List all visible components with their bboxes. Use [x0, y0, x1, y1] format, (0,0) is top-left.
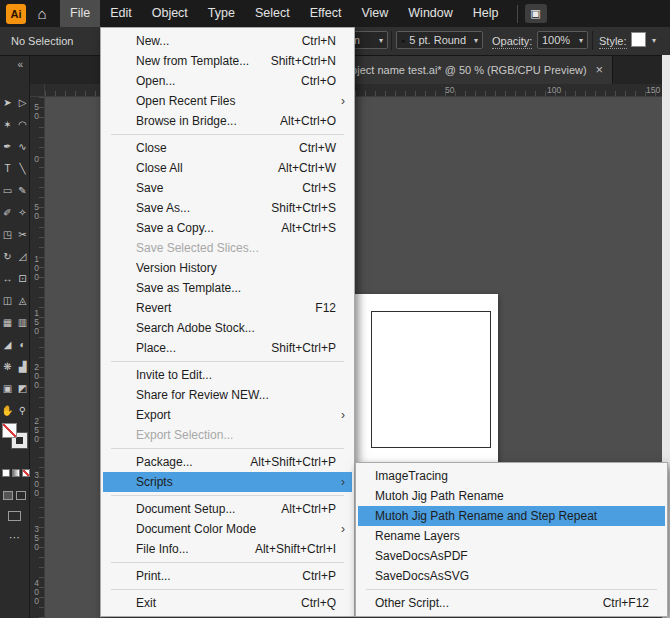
draw-behind-button[interactable]	[16, 491, 26, 500]
style-swatch[interactable]	[631, 32, 646, 47]
pen-tool[interactable]: ✒	[0, 135, 15, 157]
file-menu-item[interactable]: Invite to Edit... ›	[103, 365, 352, 385]
scripts-submenu-item[interactable]: Mutoh Jig Path Rename and Step Repeat ›	[358, 506, 665, 526]
file-menu-item[interactable]: Save as Template... ›	[103, 278, 352, 298]
close-tab-icon[interactable]: ×	[595, 62, 603, 77]
file-menu-item[interactable]: Print... Ctrl+P ›	[103, 566, 352, 586]
scale-tool[interactable]: ◿	[15, 245, 30, 267]
artboard-tool[interactable]: ▣	[0, 377, 15, 399]
shaper-tool[interactable]: ✧	[15, 201, 30, 223]
file-menu-item[interactable]: Close All Alt+Ctrl+W ›	[103, 158, 352, 178]
menubar-item[interactable]: Effect	[300, 0, 352, 27]
file-menu-item[interactable]: Open Recent Files ›	[103, 91, 352, 111]
arrange-documents-icon[interactable]: ▣	[525, 4, 547, 23]
shape-builder-tool[interactable]: ◫	[0, 289, 15, 311]
file-menu-item[interactable]: Place... Shift+Ctrl+P ›	[103, 338, 352, 358]
menu-separator: ›	[111, 589, 344, 590]
color-button[interactable]	[2, 469, 10, 477]
line-segment-tool[interactable]: ╲	[15, 157, 30, 179]
scripts-submenu-item[interactable]: ImageTracing ›	[358, 466, 665, 486]
screen-mode-button[interactable]	[8, 511, 21, 521]
eyedropper-tool[interactable]: ◢	[0, 333, 15, 355]
collapse-panel-icon[interactable]: «	[17, 59, 23, 70]
menubar-item[interactable]: Type	[198, 0, 245, 27]
menubar-item[interactable]: Window	[398, 0, 462, 27]
blend-tool[interactable]: ◐	[15, 333, 30, 355]
file-menu-item[interactable]: Save a Copy... Alt+Ctrl+S ›	[103, 218, 352, 238]
file-menu-item[interactable]: Export Selection... ›	[103, 425, 352, 445]
opacity-dropdown[interactable]: 100% ▾	[537, 31, 588, 49]
scripts-submenu-item[interactable]: Other Script... Ctrl+F12 ›	[358, 593, 665, 613]
file-menu-item[interactable]: Document Setup... Alt+Ctrl+P ›	[103, 499, 352, 519]
file-menu-item[interactable]: Save As... Shift+Ctrl+S ›	[103, 198, 352, 218]
scripts-submenu-item[interactable]: SaveDocsAsPDF ›	[358, 546, 665, 566]
slice-tool[interactable]: ◩	[15, 377, 30, 399]
hand-tool[interactable]: ✋	[0, 399, 15, 421]
menubar-item[interactable]: Edit	[100, 0, 142, 27]
scissors-tool[interactable]: ✂	[15, 223, 30, 245]
lasso-tool[interactable]: ◠	[15, 113, 30, 135]
menubar-item[interactable]: Help	[463, 0, 509, 27]
file-menu-item[interactable]: Close Ctrl+W ›	[103, 138, 352, 158]
selection-tool[interactable]: ➤	[0, 91, 15, 113]
jig-rectangle-path[interactable]	[371, 311, 491, 448]
eraser-tool[interactable]: ◳	[0, 223, 15, 245]
document-tab[interactable]: object name test.ai* @ 50 % (RGB/CPU Pre…	[336, 55, 613, 84]
file-menu-item[interactable]: New... Ctrl+N ›	[103, 31, 352, 51]
scripts-submenu-item[interactable]: Rename Layers ›	[358, 526, 665, 546]
file-menu-item[interactable]: Exit Ctrl+Q ›	[103, 593, 352, 613]
file-menu-item[interactable]: Package... Alt+Shift+Ctrl+P ›	[103, 452, 352, 472]
file-menu-item[interactable]: File Info... Alt+Shift+Ctrl+I ›	[103, 539, 352, 559]
menubar-item[interactable]: Select	[245, 0, 300, 27]
illustrator-logo[interactable]: Ai	[6, 4, 26, 24]
free-transform-tool[interactable]: ⊡	[15, 267, 30, 289]
edit-toolbar-icon[interactable]: ⋯	[9, 531, 20, 544]
none-button[interactable]	[22, 469, 30, 477]
menubar-item[interactable]: File	[60, 0, 100, 27]
file-menu-item[interactable]: Search Adobe Stock... ›	[103, 318, 352, 338]
rotate-tool[interactable]: ↻	[0, 245, 15, 267]
menu-item-shortcut: Shift+Ctrl+P	[271, 341, 336, 355]
paintbrush-tool[interactable]: ✎	[15, 179, 30, 201]
column-graph-tool[interactable]: ▟	[15, 355, 30, 377]
scripts-submenu-item[interactable]: Mutoh Jig Path Rename ›	[358, 486, 665, 506]
magic-wand-tool[interactable]: ✶	[0, 113, 15, 135]
fill-none-swatch[interactable]	[2, 423, 17, 438]
artboard[interactable]	[345, 294, 498, 463]
perspective-grid-tool[interactable]: ◬	[15, 289, 30, 311]
file-menu-item[interactable]: Revert F12 ›	[103, 298, 352, 318]
menu-item-shortcut: F12	[315, 301, 336, 315]
gradient-tool[interactable]: ▥	[15, 311, 30, 333]
pencil-tool[interactable]: ✐	[0, 201, 15, 223]
opacity-label[interactable]: Opacity:	[492, 35, 532, 49]
file-menu-item[interactable]: Export ›	[103, 405, 352, 425]
menubar-item[interactable]: View	[351, 0, 398, 27]
draw-normal-button[interactable]	[3, 491, 13, 500]
rectangle-tool[interactable]: ▭	[0, 179, 15, 201]
file-menu-item[interactable]: Save Ctrl+S ›	[103, 178, 352, 198]
ruler-label: 50	[32, 102, 41, 120]
style-label[interactable]: Style:	[599, 35, 627, 49]
width-tool[interactable]: ↔	[0, 267, 15, 289]
scripts-submenu-item[interactable]: SaveDocsAsSVG ›	[358, 566, 665, 586]
zoom-tool[interactable]: ⚲	[15, 399, 30, 421]
gradient-button[interactable]	[12, 469, 20, 477]
mesh-tool[interactable]: ▦	[0, 311, 15, 333]
ruler-label: 200	[32, 362, 41, 389]
menubar-item[interactable]: Object	[142, 0, 198, 27]
curvature-tool[interactable]: ∿	[15, 135, 30, 157]
file-menu-item[interactable]: Browse in Bridge... Alt+Ctrl+O ›	[103, 111, 352, 131]
type-tool[interactable]: T	[0, 157, 15, 179]
file-menu-item[interactable]: Save Selected Slices... ›	[103, 238, 352, 258]
home-icon[interactable]: ⌂	[32, 4, 52, 24]
symbol-sprayer-tool[interactable]: ❋	[0, 355, 15, 377]
file-menu-item[interactable]: Version History ›	[103, 258, 352, 278]
brush-dropdown[interactable]: ● 5 pt. Round ▾	[396, 31, 483, 49]
file-menu-item[interactable]: Open... Ctrl+O ›	[103, 71, 352, 91]
file-menu-item[interactable]: Share for Review NEW... ›	[103, 385, 352, 405]
file-menu-item[interactable]: New from Template... Shift+Ctrl+N ›	[103, 51, 352, 71]
direct-selection-tool[interactable]: ▷	[15, 91, 30, 113]
file-menu-item[interactable]: Scripts ›	[103, 472, 352, 492]
file-menu-item[interactable]: Document Color Mode ›	[103, 519, 352, 539]
chevron-down-icon[interactable]: ▾	[652, 36, 656, 45]
